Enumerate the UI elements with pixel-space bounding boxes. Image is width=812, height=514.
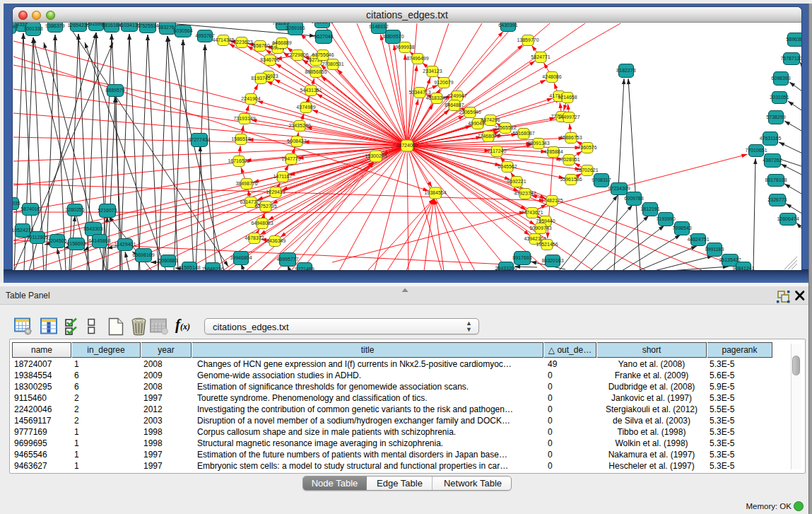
svg-text:65698169: 65698169: [132, 252, 154, 257]
svg-text:6045562: 6045562: [498, 164, 517, 169]
svg-text:60752735: 60752735: [254, 204, 276, 209]
svg-text:50344713: 50344713: [408, 90, 430, 95]
svg-text:9120679: 9120679: [434, 80, 453, 85]
svg-text:23435240: 23435240: [288, 123, 310, 128]
svg-text:8182278: 8182278: [616, 68, 635, 73]
svg-text:9148932: 9148932: [369, 24, 388, 29]
svg-text:87496499: 87496499: [406, 56, 428, 61]
svg-text:7658760: 7658760: [250, 43, 269, 48]
svg-text:5627048: 5627048: [314, 34, 333, 39]
svg-text:7204505: 7204505: [47, 238, 66, 243]
svg-text:4248086: 4248086: [542, 74, 561, 79]
svg-text:54431351: 54431351: [300, 88, 322, 93]
svg-text:88091343: 88091343: [527, 141, 549, 146]
svg-text:77010651: 77010651: [745, 148, 767, 153]
svg-text:44624751: 44624751: [687, 237, 709, 242]
svg-text:8889579: 8889579: [105, 88, 124, 93]
svg-text:6098393: 6098393: [771, 76, 790, 81]
svg-text:28702621: 28702621: [576, 168, 598, 173]
svg-text:11429401: 11429401: [114, 242, 136, 247]
svg-text:6430391: 6430391: [498, 23, 517, 28]
svg-text:2326773: 2326773: [767, 197, 787, 202]
svg-text:37028951: 37028951: [558, 157, 579, 162]
svg-text:8874296: 8874296: [481, 117, 500, 122]
svg-text:55961586: 55961586: [560, 177, 582, 182]
svg-text:47631165: 47631165: [760, 136, 782, 141]
svg-text:4285884: 4285884: [543, 149, 563, 154]
svg-text:19384554: 19384554: [424, 190, 446, 195]
svg-text:73193149: 73193149: [233, 116, 255, 121]
svg-text:39946804: 39946804: [230, 255, 252, 260]
svg-text:5824771: 5824771: [531, 54, 550, 59]
svg-text:7001338: 7001338: [23, 26, 42, 31]
svg-text:1229413: 1229413: [266, 189, 285, 194]
svg-text:9386379: 9386379: [45, 23, 64, 28]
svg-text:8346706: 8346706: [260, 57, 279, 62]
svg-text:3260256: 3260256: [65, 207, 84, 212]
svg-text:14499727: 14499727: [558, 115, 579, 119]
svg-text:27080531: 27080531: [322, 62, 343, 66]
svg-text:5896383: 5896383: [786, 37, 801, 42]
svg-text:97234309: 97234309: [608, 186, 630, 191]
svg-text:47923747: 47923747: [514, 191, 536, 196]
svg-text:5238849: 5238849: [13, 24, 18, 29]
svg-text:19521456: 19521456: [536, 242, 558, 247]
svg-text:10524278: 10524278: [13, 228, 34, 233]
svg-text:17482175: 17482175: [541, 198, 563, 203]
svg-text:55168087: 55168087: [512, 131, 534, 136]
svg-text:5874016: 5874016: [20, 206, 40, 211]
svg-text:5060883: 5060883: [158, 258, 177, 263]
svg-text:6030564: 6030564: [173, 28, 192, 33]
svg-text:27565512: 27565512: [494, 125, 516, 130]
svg-text:8991183: 8991183: [705, 247, 724, 252]
svg-text:4678377: 4678377: [245, 235, 264, 240]
svg-text:29065940: 29065940: [459, 110, 481, 115]
svg-text:90112805: 90112805: [27, 235, 49, 240]
svg-text:91223623: 91223623: [230, 40, 252, 45]
svg-text:5738299: 5738299: [766, 115, 785, 119]
svg-text:2031051: 2031051: [770, 95, 789, 100]
svg-text:7193990: 7193990: [656, 216, 675, 221]
svg-text:9708317: 9708317: [592, 177, 611, 182]
svg-text:8917693: 8917693: [512, 255, 531, 260]
svg-text:3269166: 3269166: [286, 25, 305, 30]
svg-text:75648236: 75648236: [201, 267, 223, 270]
svg-text:7998543: 7998543: [672, 226, 691, 230]
svg-text:74743671: 74743671: [521, 210, 543, 215]
svg-text:9244935: 9244935: [13, 201, 20, 206]
svg-text:88856855: 88856855: [305, 69, 326, 74]
svg-text:90841241: 90841241: [732, 266, 754, 270]
svg-text:18300295: 18300295: [365, 153, 387, 158]
svg-text:9699938: 9699938: [395, 45, 414, 49]
svg-text:6466889: 6466889: [272, 40, 291, 45]
svg-text:4387262: 4387262: [763, 158, 782, 163]
svg-text:97277434: 97277434: [188, 137, 210, 142]
svg-text:8543303: 8543303: [83, 226, 102, 231]
svg-text:23433200: 23433200: [495, 266, 517, 270]
svg-text:1249947: 1249947: [447, 93, 466, 98]
svg-text:5216073: 5216073: [98, 208, 117, 213]
svg-text:94801845: 94801845: [311, 23, 333, 24]
svg-text:7360576: 7360576: [577, 145, 596, 150]
svg-text:4158692: 4158692: [66, 241, 86, 246]
svg-text:11436349: 11436349: [264, 238, 286, 243]
svg-text:2241904: 2241904: [241, 96, 260, 101]
svg-text:18724007: 18724007: [396, 143, 418, 148]
svg-text:38809570: 38809570: [382, 34, 404, 39]
svg-text:1586518: 1586518: [231, 136, 250, 141]
svg-text:5008427: 5008427: [287, 139, 306, 144]
svg-text:77468071: 77468071: [477, 134, 499, 139]
svg-text:83178108: 83178108: [765, 177, 787, 182]
svg-text:64948083: 64948083: [251, 221, 273, 226]
svg-text:2334123: 2334123: [423, 69, 442, 74]
svg-text:38498776: 38498776: [235, 181, 257, 186]
svg-text:65886753: 65886753: [560, 135, 582, 140]
svg-text:57525534: 57525534: [136, 23, 158, 28]
svg-text:16716572: 16716572: [228, 158, 249, 163]
svg-text:9721489: 9721489: [295, 267, 314, 270]
svg-text:75787133: 75787133: [780, 56, 801, 61]
svg-text:64145868: 64145868: [88, 238, 110, 243]
svg-text:72729806: 72729806: [286, 52, 308, 57]
svg-text:71595148: 71595148: [178, 265, 200, 270]
svg-text:46995777: 46995777: [276, 257, 298, 262]
